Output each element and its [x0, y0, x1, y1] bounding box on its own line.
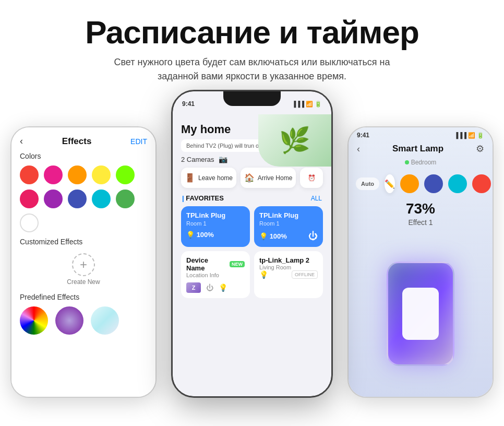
- right-title: Smart Lamp: [392, 144, 443, 154]
- color-orange[interactable]: [400, 174, 419, 193]
- offline1-title: Device Name: [186, 256, 227, 272]
- leave-home-label: Leave home: [198, 174, 233, 182]
- predefined-icons: [20, 306, 147, 335]
- gear-icon[interactable]: ⚙: [476, 143, 484, 155]
- color-blue[interactable]: [68, 190, 87, 208]
- device2-title: TPLink Plug: [259, 211, 318, 219]
- lamp-shape: [387, 262, 454, 366]
- favorites-all[interactable]: ALL: [311, 195, 322, 202]
- arrive-icon: 🏠: [244, 173, 255, 183]
- more-icon: ⏰: [308, 174, 316, 182]
- arrive-home-button[interactable]: 🏠 Arrive Home: [241, 168, 296, 188]
- color-grid: [20, 165, 147, 232]
- location-badge: Bedroom: [349, 159, 493, 166]
- home-title: My home: [181, 123, 231, 136]
- color-red[interactable]: [472, 174, 491, 193]
- center-status-bar: 9:41 ▐▐▐📶🔋: [173, 91, 331, 112]
- color-cyan[interactable]: [448, 174, 467, 193]
- device1-title: TPLink Plug: [186, 211, 245, 219]
- right-phone: 9:41 ▐▐▐📶🔋 ‹ Smart Lamp ⚙ Bedroom Auto ✏…: [347, 126, 494, 398]
- device2-sub: Room 1: [259, 220, 318, 227]
- page-header: Расписание и таймер Свет нужного цвета б…: [43, 0, 461, 90]
- new-badge: NEW: [230, 261, 245, 267]
- favorites-header: FAVORITES ALL: [181, 194, 323, 202]
- device-card-2[interactable]: TPLink Plug Room 1 💡 100% ⏻: [254, 206, 323, 247]
- effect-label: Effect 1: [349, 218, 493, 227]
- signal-icons: ▐▐▐📶🔋: [292, 101, 322, 108]
- location-dot: [405, 160, 409, 164]
- color-blue[interactable]: [424, 174, 443, 193]
- color-lime[interactable]: [116, 190, 135, 208]
- predefined-label: Predefined Effects: [20, 293, 147, 301]
- offline-badge: OFFLINE: [292, 270, 318, 279]
- device-offline-row: Device Name NEW Location Info Z ⏻ 💡: [181, 251, 323, 298]
- plant-decoration: 🌿: [258, 114, 331, 167]
- auto-button[interactable]: Auto: [356, 178, 379, 190]
- device-cards: TPLink Plug Room 1 💡 100% TPLink Plug Ro…: [181, 206, 323, 247]
- right-back-button[interactable]: ‹: [357, 144, 360, 155]
- predefined-purple[interactable]: [55, 306, 83, 335]
- edit-pencil-button[interactable]: ✏️: [385, 174, 395, 193]
- quick-actions: 🚪 Leave home 🏠 Arrive Home ⏰: [181, 168, 323, 188]
- camera-icon: 📷: [219, 155, 227, 163]
- device-offline-2[interactable]: tp-Link_Lamp 2 Living Room 💡 OFFLINE: [254, 251, 323, 298]
- phones-area: ‹ Effects EDIT Colors Customized Effects: [0, 90, 504, 398]
- offline2-title: tp-Link_Lamp 2: [259, 256, 318, 264]
- center-phone: 9:41 ▐▐▐📶🔋 🌿 My home ✉ ⊕: [171, 90, 333, 398]
- power-icon: ⏻: [308, 231, 318, 242]
- colors-label: Colors: [20, 152, 147, 160]
- device-offline-1[interactable]: Device Name NEW Location Info Z ⏻ 💡: [181, 251, 250, 298]
- device2-pct: 💡 100%: [259, 232, 287, 240]
- more-button[interactable]: ⏰: [300, 168, 323, 188]
- create-new-button[interactable]: + Create New: [20, 253, 147, 286]
- color-pink[interactable]: [44, 165, 63, 184]
- right-header: ‹ Smart Lamp ⚙: [349, 141, 493, 159]
- plus-icon: +: [72, 253, 95, 276]
- leave-icon: 🚪: [185, 173, 195, 183]
- cameras-count: 2 Cameras: [181, 156, 214, 163]
- offline-bulb-icon: 💡: [259, 270, 268, 279]
- device1-pct: 💡 100%: [186, 231, 214, 239]
- device1-sub: Room 1: [186, 220, 245, 227]
- zigbee-icon: Z: [186, 282, 201, 293]
- leave-home-button[interactable]: 🚪 Leave home: [181, 168, 236, 188]
- back-button[interactable]: ‹: [20, 136, 23, 147]
- color-magenta[interactable]: [20, 190, 39, 208]
- right-status-bar: 9:41 ▐▐▐📶🔋: [349, 127, 493, 141]
- color-white[interactable]: [20, 214, 39, 232]
- status-time: 9:41: [182, 100, 195, 108]
- color-yellow[interactable]: [92, 165, 111, 184]
- page-title: Расписание и таймер: [85, 15, 419, 50]
- customized-label: Customized Effects: [20, 238, 147, 246]
- lamp-inner: [402, 288, 439, 340]
- bulb-icon: 💡: [219, 283, 227, 292]
- predefined-crystal[interactable]: [91, 306, 119, 335]
- page-subtitle: Свет нужного цвета будет сам включаться …: [85, 55, 419, 84]
- edit-button[interactable]: EDIT: [130, 137, 147, 146]
- color-row: Auto ✏️: [349, 171, 493, 196]
- color-purple[interactable]: [44, 190, 63, 208]
- power-off-icon: ⏻: [206, 283, 213, 292]
- create-new-label: Create New: [67, 278, 100, 286]
- color-cyan[interactable]: [92, 190, 111, 208]
- pct-section: 73% Effect 1: [349, 200, 493, 227]
- center-content: 🌿 My home ✉ ⊕ Behind TV2 (Plug) will tru…: [173, 114, 331, 396]
- predefined-rainbow[interactable]: [20, 306, 48, 335]
- pct-value: 73%: [349, 200, 493, 217]
- favorites-label: FAVORITES: [182, 194, 224, 202]
- lamp-visual: [349, 231, 493, 397]
- left-phone: ‹ Effects EDIT Colors Customized Effects: [10, 126, 157, 398]
- location-text: Bedroom: [411, 159, 437, 166]
- right-time: 9:41: [357, 132, 369, 139]
- color-red[interactable]: [20, 165, 39, 184]
- right-signal: ▐▐▐📶🔋: [454, 132, 484, 139]
- arrive-home-label: Arrive Home: [258, 174, 293, 182]
- effects-title: Effects: [62, 136, 92, 147]
- device-card-1[interactable]: TPLink Plug Room 1 💡 100%: [181, 206, 250, 247]
- color-orange[interactable]: [68, 165, 87, 184]
- offline2-sub: Living Room: [259, 264, 318, 270]
- color-green[interactable]: [116, 165, 135, 184]
- offline1-sub: Location Info: [186, 272, 245, 278]
